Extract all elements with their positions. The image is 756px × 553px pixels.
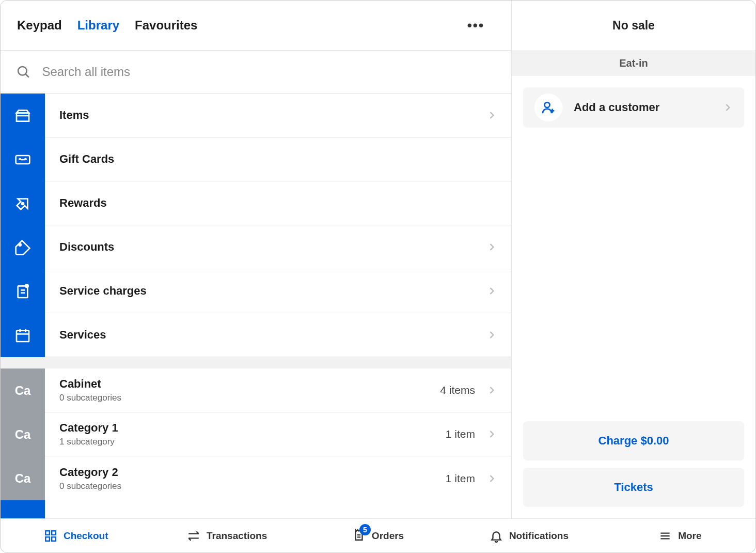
list-item-label: Gift Cards: [59, 152, 497, 166]
svg-rect-20: [45, 537, 50, 541]
svg-rect-18: [45, 531, 50, 535]
svg-rect-21: [52, 537, 56, 541]
list-item-giftcards[interactable]: Gift Cards: [45, 137, 511, 181]
list-item-discounts[interactable]: Discounts: [45, 225, 511, 269]
nav-label: Orders: [372, 530, 404, 542]
list-item-label: Services: [59, 328, 486, 342]
chevron-right-icon: [486, 286, 497, 296]
search-icon: [16, 64, 30, 80]
category-row[interactable]: Category 1 1 subcategory 1 item: [45, 412, 511, 456]
category-row[interactable]: Category 2 0 subcategories 1 item: [45, 456, 511, 500]
nav-more[interactable]: More: [605, 529, 755, 543]
orders-badge: 5: [359, 524, 371, 535]
category-count: 1 item: [446, 428, 475, 440]
category-sub: 1 subcategory: [59, 437, 446, 447]
svg-point-0: [18, 67, 27, 75]
category-name: Cabinet: [59, 377, 440, 391]
list-item-servicecharges[interactable]: Service charges: [45, 269, 511, 313]
category-name: Category 2: [59, 466, 446, 479]
rail-category-abbr[interactable]: Ca: [1, 456, 45, 500]
charge-button[interactable]: Charge $0.00: [523, 421, 744, 460]
list-item-services[interactable]: Services: [45, 313, 511, 357]
tab-library[interactable]: Library: [77, 18, 119, 33]
category-count: 4 items: [440, 384, 475, 396]
category-count: 1 item: [446, 472, 475, 485]
svg-point-6: [19, 243, 21, 245]
tab-keypad[interactable]: Keypad: [17, 18, 62, 33]
tickets-button[interactable]: Tickets: [523, 468, 744, 507]
more-options-icon[interactable]: •••: [467, 18, 495, 34]
nav-label: Notifications: [509, 530, 569, 542]
chevron-right-icon: [486, 242, 497, 252]
nav-label: Checkout: [64, 530, 108, 542]
nav-transactions[interactable]: Transactions: [151, 529, 302, 543]
bell-icon: [490, 529, 503, 543]
add-customer-label: Add a customer: [574, 101, 722, 114]
dining-option[interactable]: Eat-in: [512, 50, 755, 76]
chevron-right-icon: [486, 330, 497, 340]
chevron-right-icon: [486, 429, 497, 439]
category-sub: 0 subcategories: [59, 393, 440, 403]
category-sub: 0 subcategories: [59, 481, 446, 491]
nav-label: More: [678, 530, 701, 542]
tab-favourites[interactable]: Favourites: [135, 18, 197, 33]
list-item-label: Discounts: [59, 240, 486, 254]
list-item-label: Rewards: [59, 196, 497, 210]
rail-rewards-icon[interactable]: [1, 181, 45, 225]
checkout-icon: [44, 529, 57, 543]
svg-line-1: [26, 74, 29, 78]
rail-servicecharges-icon[interactable]: [1, 269, 45, 313]
menu-icon: [658, 529, 672, 543]
rail-category-abbr[interactable]: Ca: [1, 368, 45, 412]
list-item-label: Items: [59, 109, 486, 122]
svg-rect-19: [52, 531, 56, 535]
chevron-right-icon: [486, 473, 497, 484]
svg-point-10: [25, 284, 28, 287]
svg-point-5: [22, 203, 24, 205]
cart-title: No sale: [512, 1, 755, 50]
nav-notifications[interactable]: Notifications: [453, 529, 604, 543]
rail-category-abbr[interactable]: Ca: [1, 412, 45, 456]
chevron-right-icon: [486, 385, 497, 395]
nav-label: Transactions: [207, 530, 267, 542]
list-item-items[interactable]: Items: [45, 94, 511, 137]
list-item-rewards[interactable]: Rewards: [45, 181, 511, 225]
rail-giftcards-icon[interactable]: [1, 137, 45, 181]
list-item-label: Service charges: [59, 284, 486, 298]
svg-point-15: [545, 102, 550, 107]
rail-discounts-icon[interactable]: [1, 225, 45, 269]
category-name: Category 1: [59, 421, 446, 435]
svg-rect-11: [17, 330, 29, 341]
category-row[interactable]: Cabinet 0 subcategories 4 items: [45, 368, 511, 412]
chevron-right-icon: [486, 110, 497, 120]
rail-items-icon[interactable]: [1, 94, 45, 137]
nav-checkout[interactable]: Checkout: [1, 529, 151, 543]
add-customer-button[interactable]: Add a customer: [523, 87, 744, 128]
add-customer-icon: [541, 100, 556, 115]
search-input[interactable]: [42, 65, 496, 79]
chevron-right-icon: [722, 102, 733, 113]
transactions-icon: [187, 529, 200, 543]
svg-rect-2: [17, 113, 29, 121]
rail-services-icon[interactable]: [1, 313, 45, 357]
nav-orders[interactable]: 5 Orders: [303, 528, 453, 544]
